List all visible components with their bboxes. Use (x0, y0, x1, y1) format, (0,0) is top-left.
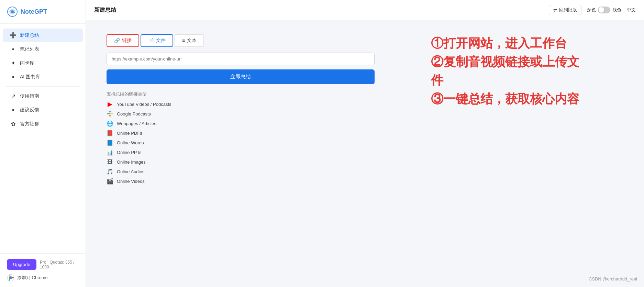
community-icon: ✿ (10, 121, 16, 127)
topbar: 新建总结 ⇄ 回到旧版 深色 浅色 中文 (86, 0, 644, 20)
chrome-add-label: 添加到 Chrome (17, 275, 48, 281)
ai-library-icon: ▪ (10, 74, 16, 80)
link-tab-label: 链接 (122, 37, 132, 44)
text-tab-label: 文本 (187, 37, 197, 44)
svg-point-5 (9, 276, 12, 279)
bottom-row: Upgrade Pro Quotas: 355 / 1000 (7, 259, 79, 270)
image-label: Online Images (117, 159, 146, 165)
annotation-text: ①打开网站，进入工作台 ②复制音视频链接或上传文 件 ③一键总结，获取核心内容 (431, 34, 634, 108)
link-tab-icon: 🔗 (114, 38, 120, 43)
list-item: Google Podcasts (107, 110, 375, 117)
sidebar-nav: ➕ 新建总结 ▪ 笔记列表 ✦ 闪卡库 ▪ AI 图书库 ↗ 使用指南 ▪ 建议… (0, 24, 86, 253)
sidebar-item-guide[interactable]: ↗ 使用指南 (3, 89, 83, 103)
list-item: 📘 Online Words (107, 139, 375, 146)
svg-rect-12 (109, 113, 110, 114)
sidebar-item-flash-card[interactable]: ✦ 闪卡库 (3, 56, 83, 70)
return-icon: ⇄ (553, 8, 557, 13)
feedback-icon: ▪ (10, 107, 16, 113)
svg-point-8 (107, 113, 109, 114)
ppt-icon: 📊 (107, 149, 113, 156)
svg-point-7 (109, 115, 111, 117)
sidebar-bottom: Upgrade Pro Quotas: 355 / 1000 添加到 Chrom… (0, 253, 86, 287)
logo-icon (7, 6, 18, 17)
upgrade-button[interactable]: Upgrade (7, 259, 36, 270)
support-section-label: 支持总结的链接类型 (107, 91, 375, 97)
video-label: Online Videos (117, 179, 145, 184)
old-version-label: 回到旧版 (559, 7, 577, 13)
svg-point-6 (109, 111, 111, 112)
svg-rect-13 (110, 113, 111, 114)
tab-file[interactable]: 📄 文件 (141, 34, 173, 47)
url-input-wrap (107, 53, 375, 65)
list-item: 📕 Online PDFs (107, 130, 375, 136)
sidebar-item-ai-library[interactable]: ▪ AI 图书库 (3, 70, 83, 84)
list-item: 🎵 Online Audios (107, 168, 375, 175)
flash-card-icon: ✦ (10, 60, 16, 66)
text-tab-icon: ≡ (182, 38, 185, 43)
list-item: 📊 Online PPTs (107, 149, 375, 156)
theme-light-label: 浅色 (612, 7, 621, 13)
sidebar-item-feedback[interactable]: ▪ 建议反馈 (3, 103, 83, 117)
page-title: 新建总结 (94, 7, 116, 14)
pdf-icon: 📕 (107, 130, 113, 136)
pdf-label: Online PDFs (117, 131, 142, 136)
sidebar-item-community[interactable]: ✿ 官方社群 (3, 117, 83, 131)
webpage-label: Webpages / Articles (117, 121, 156, 126)
theme-toggle-thumb (599, 7, 604, 13)
sidebar-item-note-list[interactable]: ▪ 笔记列表 (3, 43, 83, 56)
list-item: 🖼 Online Images (107, 158, 375, 165)
annotation-line2: ②复制音视频链接或上传文 (431, 53, 634, 71)
theme-toggle: 深色 浅色 (587, 7, 621, 13)
annotation-overlay: ①打开网站，进入工作台 ②复制音视频链接或上传文 件 ③一键总结，获取核心内容 (421, 20, 644, 287)
sidebar: NoteGPT ➕ 新建总结 ▪ 笔记列表 ✦ 闪卡库 ▪ AI 图书库 ↗ 使… (0, 0, 86, 287)
file-tab-label: 文件 (156, 37, 166, 44)
content-main: 🔗 链接 📄 文件 ≡ 文本 立即总结 支持总结的链接类型 (86, 20, 395, 287)
tab-text[interactable]: ≡ 文本 (175, 34, 204, 47)
tab-group: 🔗 链接 📄 文件 ≡ 文本 (107, 34, 375, 47)
summary-button[interactable]: 立即总结 (107, 69, 375, 84)
list-item: 🎬 Online Videos (107, 178, 375, 185)
file-tab-icon: 📄 (148, 38, 154, 43)
video-icon: 🎬 (107, 178, 113, 185)
image-icon: 🖼 (107, 158, 113, 165)
annotation-line2b: 件 (431, 71, 634, 90)
content-area: 🔗 链接 📄 文件 ≡ 文本 立即总结 支持总结的链接类型 (86, 20, 644, 287)
guide-icon: ↗ (10, 93, 16, 99)
list-item: 🌐 Webpages / Articles (107, 120, 375, 127)
plan-label: Pro (40, 260, 46, 265)
sidebar-item-community-label: 官方社群 (20, 121, 39, 127)
note-list-icon: ▪ (10, 46, 16, 52)
watermark: CSDN @orcharddd_real (589, 276, 637, 282)
main-area: 新建总结 ⇄ 回到旧版 深色 浅色 中文 🔗 链接 (86, 0, 644, 287)
chrome-icon (7, 274, 14, 282)
language-button[interactable]: 中文 (627, 7, 636, 13)
new-summary-icon: ➕ (10, 32, 16, 38)
svg-point-9 (111, 113, 113, 114)
url-input[interactable] (107, 53, 375, 65)
topbar-right: ⇄ 回到旧版 深色 浅色 中文 (549, 5, 636, 15)
nav-divider (5, 86, 80, 87)
tab-link[interactable]: 🔗 链接 (107, 34, 139, 47)
sidebar-item-new-summary[interactable]: ➕ 新建总结 (3, 29, 83, 42)
sidebar-item-ai-library-label: AI 图书库 (20, 74, 40, 80)
theme-toggle-track[interactable] (598, 7, 610, 13)
support-list: ▶ YouTube Videos / Podcasts (107, 101, 375, 185)
sidebar-item-guide-label: 使用指南 (20, 93, 39, 99)
chrome-add-button[interactable]: 添加到 Chrome (7, 274, 79, 282)
logo-text: NoteGPT (21, 8, 47, 15)
youtube-icon: ▶ (107, 101, 113, 108)
audio-icon: 🎵 (107, 168, 113, 175)
theme-dark-label: 深色 (587, 7, 596, 13)
audio-label: Online Audios (117, 169, 144, 174)
list-item: ▶ YouTube Videos / Podcasts (107, 101, 375, 108)
sidebar-item-feedback-label: 建议反馈 (20, 107, 39, 113)
sidebar-item-new-summary-label: 新建总结 (20, 32, 39, 38)
old-version-button[interactable]: ⇄ 回到旧版 (549, 5, 581, 15)
sidebar-item-note-list-label: 笔记列表 (20, 46, 39, 52)
annotation-line3: ③一键总结，获取核心内容 (431, 90, 634, 108)
google-podcasts-icon (107, 110, 113, 117)
quota-info: Pro Quotas: 355 / 1000 (40, 260, 79, 269)
sidebar-item-flash-card-label: 闪卡库 (20, 60, 34, 66)
word-label: Online Words (117, 140, 144, 145)
google-podcasts-label: Google Podcasts (117, 111, 151, 117)
